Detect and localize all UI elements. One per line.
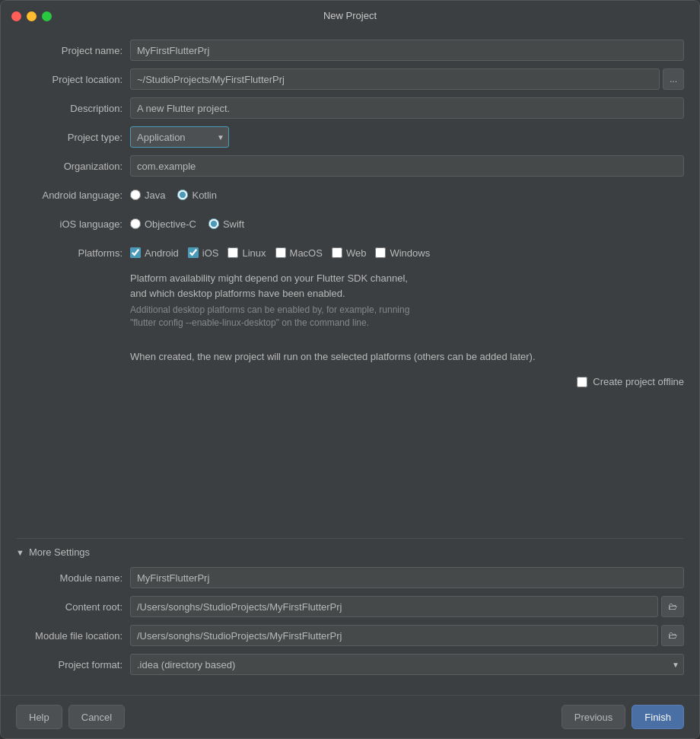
platform-ios-label: iOS (202, 247, 219, 259)
platform-windows-label: Windows (390, 247, 430, 259)
create-offline-label: Create project offline (593, 376, 684, 387)
finish-button[interactable]: Finish (632, 705, 684, 729)
window-controls (11, 11, 52, 21)
title-bar: New Project (1, 1, 699, 27)
module-file-location-label: Module file location: (16, 630, 130, 642)
platform-note-bottom: When created, the new project will run o… (130, 342, 684, 365)
more-settings-header[interactable]: ▼ More Settings (16, 546, 684, 558)
project-location-input[interactable] (130, 68, 660, 90)
platform-note-bottom-text: When created, the new project will run o… (130, 349, 684, 365)
content-root-field: 🗁 (130, 596, 684, 617)
vertical-spacer (16, 387, 684, 526)
dialog-title: New Project (323, 10, 377, 21)
platform-ios-option[interactable]: iOS (188, 247, 219, 259)
platform-android-label: Android (145, 247, 179, 259)
content-root-input[interactable] (130, 596, 658, 617)
maximize-button[interactable] (42, 11, 52, 21)
ios-swift-option[interactable]: Swift (208, 218, 244, 230)
ios-objc-option[interactable]: Objective-C (130, 218, 196, 230)
ios-language-options: Objective-C Swift (130, 218, 684, 230)
platform-web-option[interactable]: Web (332, 247, 367, 259)
ios-swift-radio[interactable] (208, 218, 219, 229)
platforms-label: Platforms: (16, 247, 130, 259)
module-file-location-field: 🗁 (130, 625, 684, 646)
platform-linux-label: Linux (242, 247, 266, 259)
project-type-row: Project type: Application Plugin Package… (16, 126, 684, 148)
folder-icon: 🗁 (668, 630, 677, 641)
project-location-row: Project location: ... (16, 68, 684, 90)
module-name-field (130, 567, 684, 588)
offline-row: Create project offline (16, 376, 684, 387)
platform-linux-option[interactable]: Linux (228, 247, 266, 259)
project-location-label: Project location: (16, 74, 130, 85)
android-kotlin-radio[interactable] (177, 190, 188, 200)
content-root-browse-button[interactable]: 🗁 (661, 596, 684, 617)
platform-macos-checkbox[interactable] (275, 247, 286, 258)
organization-input[interactable] (130, 155, 684, 177)
project-format-select-wrapper: .idea (directory based) .ipr (file based… (130, 654, 684, 675)
project-type-label: Project type: (16, 132, 130, 143)
platform-web-checkbox[interactable] (332, 247, 342, 258)
android-java-radio[interactable] (130, 190, 141, 200)
android-java-label: Java (145, 190, 165, 201)
browse-button[interactable]: ... (663, 68, 684, 90)
folder-icon: 🗁 (668, 601, 677, 612)
project-format-label: Project format: (16, 659, 130, 671)
platform-android-checkbox[interactable] (130, 247, 141, 258)
ios-language-label: iOS language: (16, 218, 130, 230)
description-label: Description: (16, 103, 130, 114)
organization-row: Organization: (16, 155, 684, 177)
create-offline-option[interactable]: Create project offline (577, 376, 684, 387)
close-button[interactable] (11, 11, 21, 21)
platform-macos-option[interactable]: MacOS (275, 247, 323, 259)
description-input[interactable] (130, 97, 684, 119)
project-format-row: Project format: .idea (directory based) … (16, 654, 684, 675)
create-offline-checkbox[interactable] (577, 377, 587, 387)
ios-swift-label: Swift (223, 218, 244, 230)
platform-windows-checkbox[interactable] (375, 247, 386, 258)
project-name-label: Project name: (16, 45, 130, 56)
more-settings-label: More Settings (29, 546, 90, 558)
module-file-location-input[interactable] (130, 625, 658, 646)
organization-label: Organization: (16, 161, 130, 172)
platform-notes: Platform availability might depend on yo… (130, 271, 684, 330)
content-root-row: Content root: 🗁 (16, 596, 684, 617)
cancel-button[interactable]: Cancel (68, 705, 125, 729)
project-name-row: Project name: (16, 40, 684, 61)
platform-macos-label: MacOS (290, 247, 323, 259)
project-name-input[interactable] (130, 40, 684, 61)
module-file-location-browse-button[interactable]: 🗁 (661, 625, 684, 646)
project-name-field (130, 40, 684, 61)
platform-note-main-text: Platform availability might depend on yo… (130, 271, 684, 301)
description-row: Description: (16, 97, 684, 119)
platform-note-sub-text: Additional desktop platforms can be enab… (130, 304, 684, 330)
platform-ios-checkbox[interactable] (188, 247, 199, 258)
platforms-options: Android iOS Linux MacOS Web (130, 247, 684, 259)
help-button[interactable]: Help (16, 705, 62, 729)
platforms-row: Platforms: Android iOS Linux MacOS (16, 242, 684, 263)
ios-language-row: iOS language: Objective-C Swift (16, 213, 684, 234)
ios-objc-radio[interactable] (130, 218, 141, 229)
project-type-select[interactable]: Application Plugin Package Module (130, 126, 229, 148)
dialog-footer: Help Cancel Previous Finish (1, 695, 699, 738)
more-settings-section: ▼ More Settings Module name: Content roo… (16, 538, 684, 683)
module-name-row: Module name: (16, 567, 684, 588)
android-kotlin-option[interactable]: Kotlin (177, 190, 217, 201)
footer-right-buttons: Previous Finish (562, 705, 684, 729)
android-kotlin-label: Kotlin (192, 190, 217, 201)
platform-web-label: Web (346, 247, 367, 259)
project-type-field: Application Plugin Package Module ▼ (130, 126, 684, 148)
main-content: Project name: Project location: ... Desc… (1, 27, 699, 695)
minimize-button[interactable] (27, 11, 37, 21)
platform-android-option[interactable]: Android (130, 247, 179, 259)
project-format-select[interactable]: .idea (directory based) .ipr (file based… (130, 654, 684, 675)
description-field (130, 97, 684, 119)
previous-button[interactable]: Previous (562, 705, 626, 729)
android-language-row: Android language: Java Kotlin (16, 184, 684, 205)
platform-windows-option[interactable]: Windows (375, 247, 430, 259)
module-name-input[interactable] (130, 567, 684, 588)
project-location-field: ... (130, 68, 684, 90)
android-java-option[interactable]: Java (130, 190, 165, 201)
android-language-options: Java Kotlin (130, 190, 684, 201)
platform-linux-checkbox[interactable] (228, 247, 238, 258)
